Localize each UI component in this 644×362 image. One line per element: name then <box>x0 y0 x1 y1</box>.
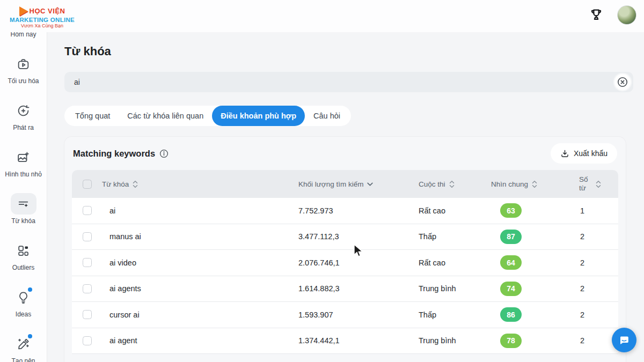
sidebar-item-toi-uu-hoa[interactable]: Tối ưu hóa <box>1 53 46 85</box>
export-button[interactable]: Xuất khẩu <box>551 143 617 164</box>
search-volume-cell: 1.614.882,3 <box>263 284 392 293</box>
select-all-checkbox[interactable] <box>83 180 92 189</box>
competition-cell: Thấp <box>392 311 488 319</box>
sidebar-item-ideas[interactable]: Ideas <box>1 286 46 319</box>
trophy-icon[interactable] <box>587 4 605 26</box>
column-header[interactable]: Từ khóa <box>102 180 263 188</box>
tab-3[interactable]: Điều khoản phù hợp <box>212 106 305 126</box>
competition-cell: Rất cao <box>392 206 488 215</box>
overall-score-badge: 87 <box>500 230 522 244</box>
overall-score-badge: 64 <box>500 255 522 270</box>
export-button-label: Xuất khẩu <box>574 149 608 158</box>
brand-logo: HỌC VIỆN MARKETING ONLINE Vươn Xa Cùng B… <box>8 5 77 30</box>
table-row[interactable]: manus ai3.477.112,3Thấp872 <box>72 224 618 250</box>
sort-icon <box>132 180 138 188</box>
sidebar-item-outliers[interactable]: Outliers <box>1 240 46 272</box>
filter-tabs: Tổng quatCác từ khóa liên quanĐiều khoản… <box>64 106 351 126</box>
keyword-cell: ai <box>102 206 263 215</box>
table-row[interactable]: ai video2.076.746,1Rất cao642 <box>72 250 618 276</box>
column-header-label: Số từ <box>579 175 592 192</box>
sidebar-nav: Hôm nayTối ưu hóaPhát raHình thu nhỏTừ k… <box>0 0 47 362</box>
download-icon <box>560 149 569 158</box>
release-icon <box>17 104 30 117</box>
tab-2[interactable]: Các từ khóa liên quan <box>119 106 212 126</box>
column-header[interactable]: Cuộc thi <box>392 180 488 188</box>
panel-title: Matching keywords <box>73 149 155 159</box>
chat-icon <box>618 334 631 346</box>
sort-icon <box>531 180 538 188</box>
overall-score-badge: 86 <box>500 307 522 322</box>
brand-line2: MARKETING ONLINE <box>10 17 75 23</box>
brand-line1: HỌC VIỆN <box>30 8 65 15</box>
competition-cell: Thấp <box>392 232 488 241</box>
optimize-icon <box>17 57 30 71</box>
competition-cell: Rất cao <box>392 258 488 267</box>
sidebar-item-label: Ideas <box>16 311 31 319</box>
keyword-cell: cursor ai <box>102 311 263 319</box>
sort-icon <box>367 181 374 188</box>
outliers-icon <box>17 244 30 257</box>
sidebar-item-label: Outliers <box>12 264 34 272</box>
column-header-label: Cuộc thi <box>419 180 445 188</box>
notification-dot <box>28 287 32 292</box>
word-count-cell: 2 <box>572 311 618 319</box>
overall-score-badge: 78 <box>500 334 522 348</box>
close-circle-icon <box>617 76 628 88</box>
keywords-icon <box>17 197 30 211</box>
sidebar-item-tao-nen[interactable]: Tạo nên <box>1 333 46 362</box>
sidebar-item-label: Tạo nên <box>11 357 35 362</box>
column-header[interactable]: Nhìn chung <box>488 180 572 188</box>
sidebar-item-label: Phát ra <box>13 124 34 132</box>
search-volume-cell: 7.752.973 <box>263 206 392 215</box>
table-body: ai7.752.973Rất cao631manus ai3.477.112,3… <box>72 198 618 354</box>
search-input[interactable] <box>64 78 613 86</box>
word-count-cell: 2 <box>572 336 618 345</box>
clear-search-button[interactable] <box>613 72 632 92</box>
column-header-label: Nhìn chung <box>491 180 528 188</box>
row-checkbox[interactable] <box>83 206 92 215</box>
keyword-cell: ai agents <box>102 284 263 293</box>
word-count-cell: 1 <box>572 206 618 215</box>
brand-line3: Vươn Xa Cùng Bạn <box>21 24 63 28</box>
competition-cell: Trung bình <box>392 336 488 345</box>
table-row[interactable]: cursor ai1.593.907Thấp862 <box>72 302 618 328</box>
sidebar-item-phat-ra[interactable]: Phát ra <box>1 100 46 132</box>
search-volume-cell: 3.477.112,3 <box>263 232 392 241</box>
column-header-label: Từ khóa <box>102 180 129 188</box>
tab-1[interactable]: Tổng quat <box>67 106 119 126</box>
column-header[interactable]: Khối lượng tìm kiếm <box>263 180 392 188</box>
word-count-cell: 2 <box>572 258 618 267</box>
thumbnail-icon <box>17 151 30 164</box>
pencil-icon <box>17 337 30 351</box>
keyword-cell: manus ai <box>102 232 263 241</box>
table-row[interactable]: ai7.752.973Rất cao631 <box>72 198 618 224</box>
table-row[interactable]: ai agent1.374.442,1Trung bình782 <box>72 328 618 354</box>
search-bar <box>64 72 633 92</box>
sidebar-item-label: Từ khóa <box>11 217 35 225</box>
sidebar-item-label: Hình thu nhỏ <box>5 171 42 179</box>
row-checkbox[interactable] <box>83 336 92 345</box>
sidebar-item-tu-khoa[interactable]: Từ khóa <box>1 193 46 225</box>
table-row[interactable]: ai agents1.614.882,3Trung bình742 <box>72 276 618 302</box>
row-checkbox[interactable] <box>83 310 92 319</box>
avatar[interactable] <box>617 5 636 25</box>
bulb-icon <box>17 291 30 304</box>
sidebar-item-hinh-thu-nho[interactable]: Hình thu nhỏ <box>1 146 46 179</box>
chat-bubble-button[interactable] <box>612 328 636 352</box>
keyword-cell: ai video <box>102 258 263 267</box>
row-checkbox[interactable] <box>83 258 92 267</box>
sort-icon <box>595 180 602 188</box>
row-checkbox[interactable] <box>83 232 92 241</box>
page-title: Từ khóa <box>64 45 111 58</box>
matching-keywords-panel: Matching keywords Xuất khẩu Từ khóaKhối … <box>64 137 626 362</box>
search-volume-cell: 1.374.442,1 <box>263 336 392 345</box>
notification-dot <box>28 334 32 338</box>
tab-4[interactable]: Câu hỏi <box>305 106 349 126</box>
competition-cell: Trung bình <box>392 284 488 293</box>
column-header[interactable]: Số từ <box>572 175 618 192</box>
row-checkbox[interactable] <box>83 284 92 293</box>
play-logo-icon <box>19 6 28 16</box>
info-icon[interactable] <box>159 149 169 158</box>
overall-score-badge: 74 <box>500 282 522 296</box>
keywords-table: Từ khóaKhối lượng tìm kiếmCuộc thiNhìn c… <box>72 170 618 354</box>
